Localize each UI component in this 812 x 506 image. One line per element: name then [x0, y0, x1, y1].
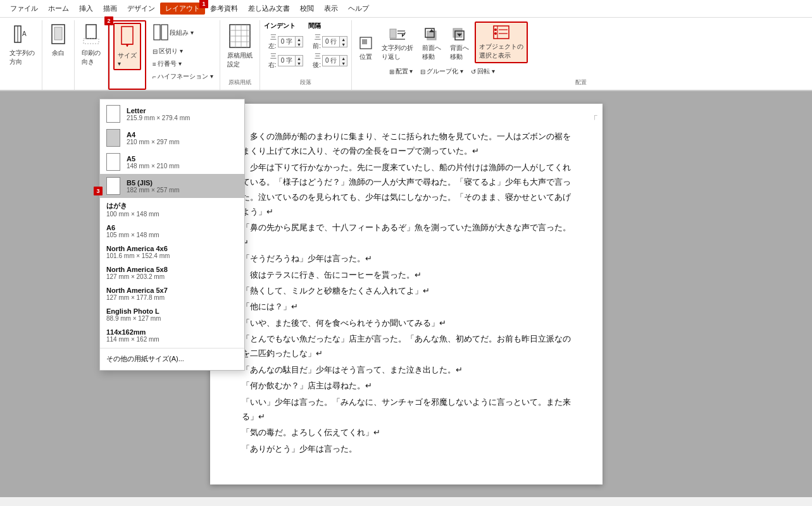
align-button[interactable]: ⊞ 配置 ▾ [387, 66, 416, 77]
text-direction-button[interactable]: A 文字列の方向 [6, 22, 38, 68]
group-button[interactable]: ⊟ グループ化 ▾ [418, 66, 466, 77]
spacing-before-label: 三前: [308, 33, 321, 51]
paper-dim-na5x8: 127 mm × 203.2 mm [106, 273, 168, 280]
send-backward-button[interactable]: 背面へ移動 [447, 25, 472, 63]
size-option-a5[interactable]: A5 148 mm × 210 mm [100, 150, 244, 174]
spacing-after-value[interactable]: 0 行 [323, 56, 339, 65]
paper-name-na5x8: North America 5x8 [106, 266, 168, 273]
line-number-button[interactable]: ≡ 行番号 ▾ [150, 58, 184, 70]
spacing-label: 間隔 [308, 22, 347, 30]
menu-home[interactable]: ホーム [43, 3, 74, 15]
align-icon: ⊞ [389, 68, 394, 75]
ribbon: ファイル ホーム 挿入 描画 デザイン レイアウト 1 参考資料 差し込み文書 … [0, 0, 812, 91]
menu-layout[interactable]: レイアウト 1 [160, 3, 205, 15]
paper-name-na5x7: North America 5x7 [106, 287, 168, 294]
spacing-after-up[interactable]: ▲ [340, 56, 347, 61]
svg-text:A: A [22, 30, 27, 37]
size-option-na5x8[interactable]: North America 5x8 127 mm × 203.2 mm [100, 262, 244, 283]
paper-name-114x162: 114x162mm [106, 328, 159, 336]
spacing-before-up[interactable]: ▲ [340, 37, 347, 42]
svg-point-36 [494, 32, 497, 35]
spacing-before-down[interactable]: ▼ [340, 42, 347, 47]
size-option-hagaki[interactable]: はがき 100 mm × 148 mm [100, 198, 244, 221]
paper-name-a5: A5 [127, 155, 180, 163]
indent-left-value[interactable]: 0 字 [278, 37, 295, 46]
text-wrap-button[interactable]: 文字列の折り返し [378, 25, 416, 63]
cut-off-button[interactable]: ⊟ 区切り ▾ [150, 46, 185, 57]
hyphenation-label: ハイフネーション ▾ [158, 72, 213, 81]
step3-badge: 3 [94, 187, 103, 195]
doc-para-2: 「鼻の先から尻尾まで、十八フィートあるぞ」魚を測っていた漁師が大きな声で言った。… [242, 220, 571, 250]
columns-button[interactable]: 段組み ▾ [150, 22, 197, 44]
menu-help[interactable]: ヘルプ [343, 3, 374, 15]
menu-mailings[interactable]: 差し込み文書 [243, 3, 295, 15]
menu-design[interactable]: デザイン [122, 3, 160, 15]
indent-label: インデント [264, 22, 303, 30]
columns-label: 段組み ▾ [170, 28, 194, 37]
paper-name-epl: English Photo L [106, 307, 161, 315]
orientation-button[interactable]: 印刷の向き [78, 22, 104, 68]
doc-para-11: 「いい」少年は言った。「みんなに、サンチャゴを邪魔しないように言っといて。また来… [242, 395, 571, 424]
indent-left-up[interactable]: ▲ [296, 37, 303, 42]
margin-icon [49, 23, 67, 47]
svg-rect-21 [362, 39, 367, 44]
size-option-na5x7[interactable]: North America 5x7 127 mm × 177.8 mm [100, 283, 244, 304]
send-backward-label: 背面へ移動 [450, 44, 469, 61]
bring-forward-button[interactable]: 前面へ移動 [419, 25, 444, 63]
menu-review[interactable]: 校閲 [295, 3, 319, 15]
size-option-letter[interactable]: Letter 215.9 mm × 279.4 mm [100, 102, 244, 126]
menu-file[interactable]: ファイル [5, 3, 43, 15]
size-option-a6[interactable]: A6 105 mm × 148 mm [100, 221, 244, 242]
indent-right-value[interactable]: 0 字 [278, 56, 295, 65]
group-margin: 余白 [42, 20, 75, 90]
indent-right-down[interactable]: ▼ [296, 61, 303, 66]
cut-off-label: 区切り ▾ [159, 47, 183, 56]
margin-button[interactable]: 余白 [46, 22, 70, 59]
paragraph-group-label: 段落 [300, 77, 311, 89]
ribbon-toolbar: A 文字列の方向 余白 [0, 18, 812, 90]
size-option-na4x6[interactable]: North America 4x6 101.6 mm × 152.4 mm [100, 242, 244, 262]
spacing-col: 間隔 三前: 0 行 ▲ ▼ 三後: [308, 22, 347, 70]
rotate-label: 回転 ▾ [477, 67, 495, 76]
size-dropdown: 3 Letter 215.9 mm × 279.4 mm A4 210 mm ×… [99, 99, 245, 371]
manuscript-label: 原稿用紙設定 [227, 51, 253, 69]
line-number-icon: ≡ [153, 61, 156, 68]
indent-col: インデント 三左: 0 字 ▲ ▼ 三右: [264, 22, 303, 70]
menu-view[interactable]: 表示 [319, 3, 343, 15]
paper-name-na4x6: North America 4x6 [106, 245, 170, 252]
hyphenation-button[interactable]: ⌐ ハイフネーション ▾ [150, 71, 216, 82]
size-option-b5jis[interactable]: B5 (JIS) 182 mm × 257 mm [100, 174, 244, 198]
svg-rect-30 [453, 28, 462, 37]
rotate-button[interactable]: ↺ 回転 ▾ [468, 66, 497, 77]
manuscript-button[interactable]: 原稿用紙設定 [224, 22, 256, 71]
paper-dim-a5: 148 mm × 210 mm [127, 163, 180, 170]
size-option-a4[interactable]: A4 210 mm × 297 mm [100, 126, 244, 150]
svg-marker-10 [126, 45, 128, 47]
orientation-label: 印刷の向き [82, 49, 101, 66]
paper-dim-a4: 210 mm × 297 mm [127, 139, 180, 145]
size-option-114x162[interactable]: 114x162mm 114 mm × 162 mm [100, 325, 244, 346]
size-button[interactable]: サイズ▾ [113, 23, 141, 70]
menu-draw[interactable]: 描画 [98, 3, 122, 15]
align-label: 配置 ▾ [396, 67, 413, 76]
spacing-after-down[interactable]: ▼ [340, 61, 347, 66]
indent-right-up[interactable]: ▲ [296, 56, 303, 61]
indent-left-down[interactable]: ▼ [296, 42, 303, 47]
position-label: 位置 [359, 52, 372, 61]
menu-insert[interactable]: 挿入 [74, 3, 98, 15]
size-icon [118, 26, 136, 50]
doc-para-13: 「ありがとう」少年は言った。 [242, 441, 571, 456]
size-option-epl[interactable]: English Photo L 88.9 mm × 127 mm [100, 304, 244, 325]
doc-para-1: 少年は下りて行かなかった。先に一度来ていたし、船の片付けは漁師の一人がしてくれて… [242, 160, 571, 219]
selection-pane-button[interactable]: オブジェクトの選択と表示 [475, 22, 528, 63]
paper-preview-b5jis [106, 177, 120, 195]
spacing-before-value[interactable]: 0 行 [323, 37, 339, 46]
paper-preview-a5 [106, 153, 120, 171]
text-wrap-icon [389, 27, 406, 42]
doc-para-5: 「熱くして、ミルクと砂糖をたくさん入れてよ」↵ [242, 283, 571, 298]
svg-rect-33 [494, 26, 509, 39]
other-page-sizes-button[interactable]: その他の用紙サイズ(A)... [100, 350, 244, 367]
menu-references[interactable]: 参考資料 [205, 3, 243, 15]
menubar: ファイル ホーム 挿入 描画 デザイン レイアウト 1 参考資料 差し込み文書 … [0, 0, 812, 18]
position-button[interactable]: 位置 [356, 34, 376, 63]
